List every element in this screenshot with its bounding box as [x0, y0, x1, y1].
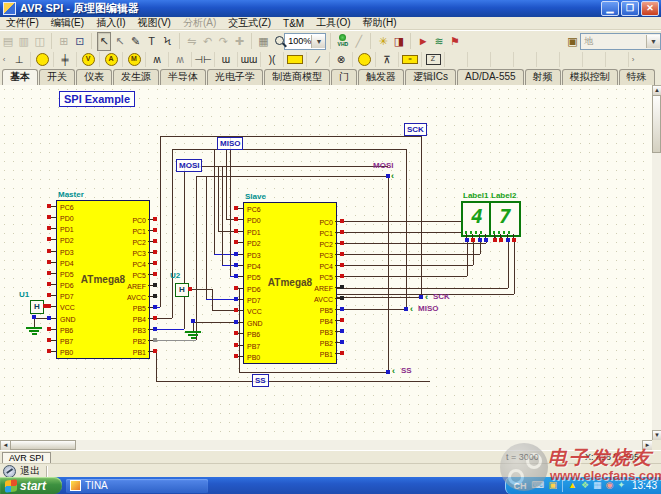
ground-component[interactable]: ⊥ — [8, 52, 31, 67]
schematic-title-label[interactable]: SPI Example — [59, 91, 135, 107]
wire-tool[interactable]: Ϟ — [160, 32, 175, 51]
export-button[interactable]: ◫ — [32, 32, 47, 51]
tab-optoelectronics[interactable]: 光电子学 — [207, 69, 263, 85]
copy-button[interactable]: ⊞ — [56, 32, 71, 51]
task-tina[interactable]: TINA — [66, 479, 208, 493]
tab-sources[interactable]: 发生源 — [113, 69, 159, 85]
net-label-sck[interactable]: SCK — [404, 123, 427, 136]
close-button[interactable]: ✕ — [641, 1, 659, 16]
pin-pc4-right[interactable] — [340, 263, 344, 267]
tab-basic[interactable]: 基本 — [2, 69, 38, 86]
pin-pb3-right[interactable] — [340, 329, 344, 333]
pin-avcc-right[interactable] — [153, 294, 157, 298]
menu-tm[interactable]: T&M — [277, 18, 310, 29]
net-label-ss[interactable]: SS — [252, 374, 269, 387]
tab-logic-ics[interactable]: 逻辑ICs — [405, 69, 456, 85]
tab-manufacturer-models[interactable]: 制造商模型 — [264, 69, 330, 85]
pin-pb1-right[interactable] — [153, 349, 157, 353]
pin-pc1-right[interactable] — [340, 230, 344, 234]
paste-button[interactable]: ⊡ — [72, 32, 87, 51]
resistor-component[interactable]: ʍ — [146, 52, 169, 67]
menu-file[interactable]: 文件(F) — [0, 16, 45, 30]
tab-gates[interactable]: 门 — [331, 69, 357, 85]
start-button[interactable]: start — [0, 477, 62, 494]
undo-button[interactable]: ↶ — [200, 32, 215, 51]
horizontal-scrollbar[interactable]: ◄ ► — [0, 440, 652, 450]
capacitor-component[interactable]: ⊣⊢ — [192, 52, 215, 67]
vertical-scrollbar[interactable]: ▲ ▼ — [652, 85, 661, 440]
pin-aref-right[interactable] — [153, 283, 157, 287]
tab-semiconductors[interactable]: 半导体 — [160, 69, 206, 85]
switch-component[interactable]: ∕ — [307, 52, 330, 67]
alert-tray-icon[interactable]: ▲ — [568, 477, 577, 494]
fuse-component[interactable] — [284, 52, 307, 67]
pin-pc2-right[interactable] — [153, 239, 157, 243]
usb-tray-icon[interactable]: ✦ — [617, 477, 625, 494]
pin-aref-right[interactable] — [340, 285, 344, 289]
pin-pb5-right[interactable] — [153, 305, 157, 309]
ground-symbol-1[interactable] — [26, 327, 42, 329]
pin-pb4-right[interactable] — [153, 316, 157, 320]
restore-button[interactable]: ❐ — [621, 1, 639, 16]
battery-component[interactable]: ╪ — [54, 52, 77, 67]
voltage-source-component[interactable] — [31, 52, 54, 67]
current-source-component[interactable] — [353, 52, 376, 67]
pin-pb2-right[interactable] — [340, 340, 344, 344]
pin-pc4-right[interactable] — [153, 261, 157, 265]
voltmeter-component[interactable]: V — [77, 52, 100, 67]
menu-edit[interactable]: 编辑(E) — [45, 16, 90, 30]
meter-component[interactable]: = — [399, 52, 422, 67]
macro-button[interactable]: ▣ — [565, 32, 580, 51]
draw-tool[interactable]: ✎ — [128, 32, 143, 51]
connector-ss[interactable]: SS — [401, 366, 412, 375]
pin-pb3-right[interactable] — [153, 327, 157, 331]
tab-meters[interactable]: 仪表 — [76, 69, 112, 85]
exit-button[interactable]: 退出 — [20, 464, 40, 478]
select-tool[interactable]: ↖ — [97, 32, 112, 51]
pin-pb5-right[interactable] — [340, 307, 344, 311]
pin-pb1-right[interactable] — [340, 351, 344, 355]
connector-sck[interactable]: SCK — [433, 292, 450, 301]
network-tray-icon[interactable]: ▦ — [593, 477, 602, 494]
tab-flipflops[interactable]: 触发器 — [358, 69, 404, 85]
minimize-button[interactable]: ▁ — [601, 1, 619, 16]
toolbar2-scroll-left[interactable]: ‹ — [0, 55, 8, 64]
connector-miso[interactable]: MISO — [418, 304, 438, 313]
impedance-component[interactable]: Z — [422, 52, 445, 67]
menu-help[interactable]: 帮助(H) — [357, 16, 403, 30]
zoom-level-combo[interactable]: 100%▼ — [284, 33, 326, 50]
transformer-component[interactable]: ɯɯ — [238, 52, 261, 67]
ground-symbol-2[interactable] — [185, 331, 201, 333]
zoom-tool[interactable] — [271, 33, 284, 50]
pin-pc0-right[interactable] — [340, 219, 344, 223]
schematic-canvas[interactable]: SPI ExampleATmega8PC6PD0PD1PD2PD3PD4PD5P… — [0, 85, 652, 440]
pin-pb4-right[interactable] — [340, 318, 344, 322]
master-chip[interactable]: ATmega8PC6PD0PD1PD2PD3PD4PD5PD6PD7VCCGND… — [56, 200, 150, 359]
probe-cursor-tool[interactable]: ↖ — [112, 32, 127, 51]
coupled-inductors-component[interactable]: )( — [261, 52, 284, 67]
tab-adda-555[interactable]: AD/DA-555 — [457, 69, 524, 85]
pin-pc5-right[interactable] — [153, 272, 157, 276]
pin-pb2-right[interactable] — [153, 338, 157, 342]
pin-pc0-right[interactable] — [153, 217, 157, 221]
pin-pc3-right[interactable] — [153, 250, 157, 254]
menu-analysis[interactable]: 分析(A) — [177, 16, 222, 30]
dc-interactive-button[interactable]: ✳ — [376, 32, 391, 51]
pin-pc3-right[interactable] — [340, 252, 344, 256]
menu-insert[interactable]: 插入(I) — [90, 16, 131, 30]
pin-avcc-right[interactable] — [340, 296, 344, 300]
slave-chip[interactable]: ATmega8PC6PD0PD1PD2PD3PD4PD5PD6PD7VCCGND… — [243, 202, 337, 364]
combo-dropdown-icon[interactable]: ▼ — [311, 35, 325, 48]
vcc-symbol-u1[interactable]: H — [30, 300, 44, 314]
tab-rf[interactable]: 射频 — [525, 69, 561, 85]
probe-signal-button[interactable]: ≋ — [432, 32, 447, 51]
combo-dropdown-icon[interactable]: ▼ — [646, 35, 660, 48]
menu-tools[interactable]: 工具(O) — [310, 16, 356, 30]
horizontal-scroll-thumb[interactable] — [10, 440, 76, 450]
print-button[interactable]: ▤ — [1, 32, 16, 51]
pin-pc1-right[interactable] — [153, 228, 157, 232]
signal-run-button[interactable]: ► — [416, 32, 431, 51]
toolbar2-scroll-right[interactable]: › — [629, 55, 637, 64]
vcc-symbol-u2[interactable]: H — [175, 283, 189, 297]
seven-segment-display-2[interactable]: 7 — [489, 201, 521, 237]
